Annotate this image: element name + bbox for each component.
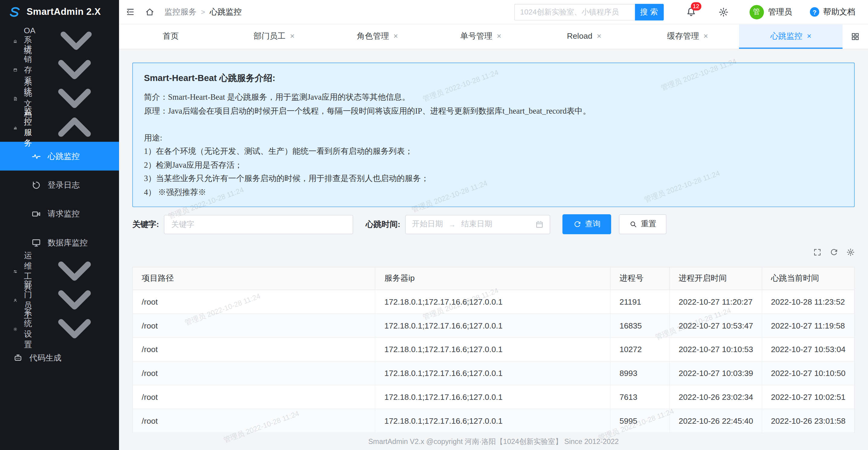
tab-role-mgmt[interactable]: 角色管理 (326, 25, 429, 49)
tab-label: 角色管理 (357, 31, 389, 41)
column-header[interactable]: 项目路径 (133, 267, 375, 290)
tab-options-button[interactable] (843, 25, 868, 49)
sidebar-item-request-monitor[interactable]: 请求监控 (0, 200, 119, 228)
column-header[interactable]: 进程号 (610, 267, 670, 290)
heartbeat-icon (31, 151, 41, 161)
gear-icon (13, 324, 17, 334)
intro-line (144, 117, 843, 131)
sidebar-item-login-log[interactable]: 登录日志 (0, 171, 119, 199)
home-icon[interactable] (145, 7, 154, 17)
document-icon (13, 94, 17, 103)
table-row[interactable]: /root172.18.0.1;172.17.16.6;127.0.0.1102… (133, 337, 854, 361)
user-icon (13, 296, 17, 305)
gear-icon[interactable] (718, 7, 728, 17)
notifications[interactable]: 12 (685, 7, 696, 17)
table-cell: 2022-10-27 11:19:58 (762, 313, 855, 337)
table-cell: 21191 (610, 290, 670, 313)
close-icon[interactable] (290, 32, 294, 40)
help-link[interactable]: ? 帮助文档 (810, 7, 855, 17)
intro-line: 3）当某些业务只允许有一个服务启动的时候，用于排查是否别人也启动的服务； (144, 172, 843, 185)
breadcrumb-parent[interactable]: 监控服务 (164, 7, 196, 17)
close-icon[interactable] (497, 32, 501, 40)
close-icon[interactable] (807, 32, 811, 40)
logo-icon (7, 5, 22, 20)
close-icon[interactable] (704, 32, 708, 40)
table-cell: 2022-10-27 10:03:39 (670, 361, 762, 385)
column-settings-icon[interactable] (846, 248, 855, 256)
user-menu[interactable]: 管 管理员 (749, 5, 792, 19)
table-body: /root172.18.0.1;172.17.16.6;127.0.0.1211… (133, 290, 854, 432)
tab-dept-staff[interactable]: 部门员工 (222, 25, 326, 49)
tab-label: 部门员工 (253, 31, 285, 41)
filter-bar: 关键字: 心跳时间: 开始日期 → 结束日期 查询 重置 (132, 214, 855, 234)
tab-heartbeat[interactable]: 心跳监控 (739, 25, 843, 49)
refresh-icon (574, 220, 581, 228)
intro-line: 简介：Smart-Heart-Beat 是心跳服务，用于监测Java应用的状态等… (144, 90, 843, 104)
grid-icon (851, 32, 860, 41)
menu-fold-icon[interactable] (126, 7, 135, 17)
column-header[interactable]: 进程开启时间 (670, 267, 762, 290)
footer: SmartAdmin V2.x @copyright 河南·洛阳【1024创新实… (119, 433, 868, 450)
table-cell: /root (133, 409, 375, 432)
table-row[interactable]: /root172.18.0.1;172.17.16.6;127.0.0.1761… (133, 385, 854, 409)
top-header: 监控服务 > 心跳监控 搜 索 12 (119, 0, 868, 25)
table-cell: 2022-10-27 10:10:53 (670, 337, 762, 361)
column-header[interactable]: 服务器ip (375, 267, 610, 290)
table-cell: /root (133, 337, 375, 361)
fullscreen-icon[interactable] (813, 248, 822, 256)
breadcrumb-separator: > (201, 8, 205, 16)
query-button[interactable]: 查询 (563, 214, 611, 234)
end-date-placeholder[interactable]: 结束日期 (461, 219, 492, 230)
table-row[interactable]: /root172.18.0.1;172.17.16.6;127.0.0.1899… (133, 361, 854, 385)
table-cell: 2022-10-26 23:02:34 (670, 385, 762, 409)
intro-line: 原理：Java后端会在项目启动的时候开启一个线程，每隔一段时间将该应用的IP、进… (144, 104, 843, 118)
logo[interactable]: SmartAdmin 2.X (0, 0, 119, 25)
sidebar-item-label: 系统设置 (24, 308, 32, 350)
table-cell: 2022-10-27 10:53:04 (762, 337, 855, 361)
tab-bar: 首页 部门员工 角色管理 单号管理 Reload (119, 25, 868, 49)
table-cell: 2022-10-28 11:23:52 (762, 290, 855, 313)
tab-serial-mgmt[interactable]: 单号管理 (429, 25, 532, 49)
table-cell: 2022-10-27 10:10:50 (762, 361, 855, 385)
close-icon[interactable] (393, 32, 398, 40)
robot-icon (13, 353, 23, 362)
table-header-row: 项目路径 服务器ip 进程号 进程开启时间 心跳当前时间 (133, 267, 854, 290)
sidebar-item-label: 请求监控 (48, 209, 80, 219)
table-row[interactable]: /root172.18.0.1;172.17.16.6;127.0.0.1211… (133, 290, 854, 313)
video-icon (31, 209, 41, 218)
search-input[interactable] (514, 4, 634, 20)
column-header[interactable]: 心跳当前时间 (762, 267, 855, 290)
sidebar: SmartAdmin 2.X OA系统 进销存系统 系统文档 监控服务 (0, 0, 119, 450)
search-button[interactable]: 搜 索 (635, 4, 663, 20)
keyword-input[interactable] (164, 215, 353, 234)
date-range-picker[interactable]: 开始日期 → 结束日期 (405, 215, 551, 234)
close-icon[interactable] (597, 32, 601, 40)
refresh-icon[interactable] (830, 248, 838, 256)
start-date-placeholder[interactable]: 开始日期 (412, 219, 443, 230)
app-title: SmartAdmin 2.X (27, 7, 101, 18)
bar-chart-icon (13, 123, 17, 132)
table-cell: 172.18.0.1;172.17.16.6;127.0.0.1 (375, 361, 610, 385)
table-row[interactable]: /root172.18.0.1;172.17.16.6;127.0.0.1168… (133, 313, 854, 337)
page-content: Smart-Heart-Beat 心跳服务介绍: 简介：Smart-Heart-… (119, 49, 868, 450)
table-row[interactable]: /root172.18.0.1;172.17.16.6;127.0.0.1599… (133, 409, 854, 432)
tab-label: 心跳监控 (770, 31, 802, 41)
table-cell: 8993 (610, 361, 670, 385)
sidebar-item-label: 心跳监控 (48, 151, 80, 161)
sidebar-item-settings[interactable]: 系统设置 (0, 314, 119, 343)
table-cell: 2022-10-26 23:01:58 (762, 409, 855, 432)
help-label: 帮助文档 (823, 7, 855, 17)
tab-cache-mgmt[interactable]: 缓存管理 (636, 25, 739, 49)
breadcrumb-current: 心跳监控 (210, 7, 242, 17)
tab-home[interactable]: 首页 (119, 25, 222, 49)
arrow-right-icon: → (448, 220, 456, 228)
table-toolbar (132, 246, 855, 258)
time-label: 心跳时间: (366, 219, 400, 230)
table-cell: 7613 (610, 385, 670, 409)
intro-line: 1）在各个环境（无论开发、测试、生产）能统一看到所有启动的服务列表； (144, 145, 843, 158)
tab-reload[interactable]: Reload (532, 25, 636, 49)
reset-button[interactable]: 重置 (619, 214, 667, 234)
sidebar-item-monitor[interactable]: 监控服务 (0, 113, 119, 142)
calendar-icon[interactable] (535, 220, 544, 228)
table-cell: 10272 (610, 337, 670, 361)
